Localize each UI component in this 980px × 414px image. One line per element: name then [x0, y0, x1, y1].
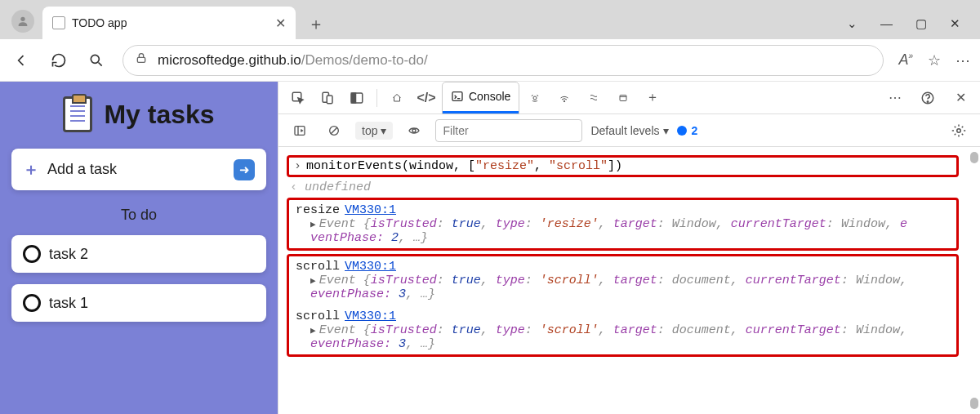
- console-input-text: monitorEvents(window, ["resize", "scroll…: [306, 159, 622, 173]
- console-input-highlight: › monitorEvents(window, ["resize", "scro…: [287, 155, 959, 177]
- more-icon[interactable]: ⋯: [956, 51, 970, 69]
- read-aloud-icon[interactable]: A»: [898, 51, 913, 69]
- search-icon[interactable]: [85, 49, 108, 72]
- svg-rect-7: [351, 93, 355, 103]
- vm-source-link[interactable]: VM330:1: [345, 309, 396, 323]
- minimize-icon[interactable]: —: [880, 16, 893, 31]
- favorite-icon[interactable]: ☆: [928, 51, 941, 69]
- app-panel: My tasks ＋ Add a task ➜ To do task 2 tas…: [0, 82, 278, 414]
- close-devtools-icon[interactable]: ✕: [947, 86, 973, 110]
- devtools-more-icon[interactable]: ⋯: [882, 86, 908, 110]
- plus-icon: ＋: [23, 158, 39, 180]
- expander-icon[interactable]: ▶: [310, 276, 316, 286]
- svg-rect-11: [620, 95, 626, 100]
- tab-welcome[interactable]: [384, 82, 410, 114]
- task-checkbox[interactable]: [23, 245, 41, 263]
- devtools-topbar: </> Console ＋ ⋯ ✕: [278, 82, 980, 114]
- event-group-scroll: scroll VM330:1 ▶Event {isTrusted: true, …: [287, 254, 959, 357]
- more-tabs-button[interactable]: ＋: [639, 86, 666, 110]
- event-name: scroll: [296, 260, 340, 274]
- context-selector[interactable]: top ▾: [355, 122, 393, 140]
- maximize-icon[interactable]: ▢: [915, 16, 927, 31]
- svg-point-10: [564, 100, 566, 102]
- expander-icon[interactable]: ▶: [310, 220, 316, 229]
- event-name: resize: [296, 203, 340, 217]
- console-filterbar: top ▾ Default levels ▾ 2: [278, 114, 980, 147]
- inspect-icon[interactable]: [285, 86, 311, 110]
- app-title: My tasks: [104, 100, 214, 130]
- tab-favicon: [52, 16, 65, 29]
- refresh-button[interactable]: [47, 49, 70, 72]
- event-group-resize: resize VM330:1 ▶Event {isTrusted: true, …: [287, 198, 959, 251]
- new-tab-button[interactable]: ＋: [302, 10, 330, 38]
- live-expression-icon[interactable]: [401, 118, 427, 143]
- task-item[interactable]: task 1: [11, 284, 266, 322]
- svg-rect-5: [327, 96, 332, 104]
- url-path: /Demos/demo-to-do/: [301, 52, 428, 69]
- close-window-icon[interactable]: ✕: [950, 16, 960, 31]
- prompt-icon: ›: [294, 159, 301, 173]
- issues-count: 2: [692, 124, 698, 137]
- chevron-down-icon: ▾: [663, 124, 669, 137]
- console-settings-icon[interactable]: [946, 118, 972, 143]
- lock-icon: [135, 51, 148, 69]
- profile-avatar[interactable]: [11, 10, 34, 33]
- devtools-panel: </> Console ＋ ⋯ ✕: [278, 82, 980, 414]
- task-checkbox[interactable]: [23, 294, 41, 312]
- levels-label: Default levels: [590, 124, 659, 137]
- window-controls: ⌄ — ▢ ✕: [847, 16, 973, 31]
- section-title: To do: [11, 207, 266, 224]
- event-detail[interactable]: ▶Event {isTrusted: true, type: 'resize',…: [296, 217, 950, 245]
- tab-console[interactable]: Console: [443, 82, 519, 114]
- svg-rect-2: [137, 57, 145, 62]
- tab-sources[interactable]: [522, 82, 548, 114]
- tab-application[interactable]: [610, 82, 636, 114]
- event-detail[interactable]: ▶Event {isTrusted: true, type: 'scroll',…: [296, 274, 950, 301]
- filter-input[interactable]: [435, 119, 582, 142]
- scrollbar-up-icon[interactable]: [970, 152, 978, 163]
- console-body[interactable]: › monitorEvents(window, ["resize", "scro…: [278, 147, 980, 414]
- svg-point-0: [20, 17, 24, 21]
- issues-indicator[interactable]: 2: [677, 124, 698, 137]
- tab-performance[interactable]: [581, 82, 607, 114]
- add-task-card[interactable]: ＋ Add a task ➜: [11, 149, 266, 190]
- vm-source-link[interactable]: VM330:1: [345, 260, 396, 274]
- address-bar[interactable]: microsoftedge.github.io/Demos/demo-to-do…: [122, 45, 884, 76]
- event-detail[interactable]: ▶Event {isTrusted: true, type: 'scroll',…: [296, 323, 950, 351]
- title-bar: TODO app ✕ ＋ ⌄ — ▢ ✕: [0, 0, 980, 39]
- chevron-down-icon[interactable]: ⌄: [847, 16, 858, 31]
- close-tab-icon[interactable]: ✕: [275, 16, 286, 31]
- clipboard-icon: [63, 96, 92, 132]
- return-value: undefined: [305, 180, 371, 194]
- issue-dot-icon: [677, 126, 687, 136]
- svg-rect-8: [452, 92, 462, 101]
- tab-network[interactable]: [551, 82, 577, 114]
- vm-source-link[interactable]: VM330:1: [345, 203, 396, 217]
- dock-icon[interactable]: [344, 86, 370, 110]
- task-label: task 2: [49, 246, 88, 263]
- log-levels-selector[interactable]: Default levels ▾: [590, 124, 668, 137]
- svg-point-9: [533, 96, 537, 100]
- nav-bar: microsoftedge.github.io/Demos/demo-to-do…: [0, 39, 980, 82]
- back-button[interactable]: [10, 49, 33, 72]
- svg-point-17: [957, 128, 961, 132]
- scrollbar-down-icon[interactable]: [970, 398, 978, 409]
- browser-tab[interactable]: TODO app ✕: [42, 7, 296, 39]
- task-item[interactable]: task 2: [11, 235, 266, 273]
- console-input-line: › monitorEvents(window, ["resize", "scro…: [294, 159, 951, 173]
- add-task-go-button[interactable]: ➜: [234, 159, 255, 180]
- event-name: scroll: [296, 309, 340, 323]
- clear-console-icon[interactable]: [321, 118, 347, 143]
- toggle-sidebar-icon[interactable]: [287, 118, 313, 143]
- add-task-label: Add a task: [47, 161, 117, 178]
- svg-point-16: [412, 129, 416, 132]
- tab-title: TODO app: [72, 16, 275, 29]
- expander-icon[interactable]: ▶: [310, 326, 316, 336]
- help-icon[interactable]: [915, 86, 941, 110]
- tab-elements[interactable]: </>: [413, 82, 439, 114]
- chevron-down-icon: ▾: [381, 124, 386, 137]
- context-label: top: [362, 124, 377, 137]
- device-toggle-icon[interactable]: [314, 86, 341, 110]
- tab-console-label: Console: [469, 90, 510, 103]
- svg-point-1: [91, 55, 99, 63]
